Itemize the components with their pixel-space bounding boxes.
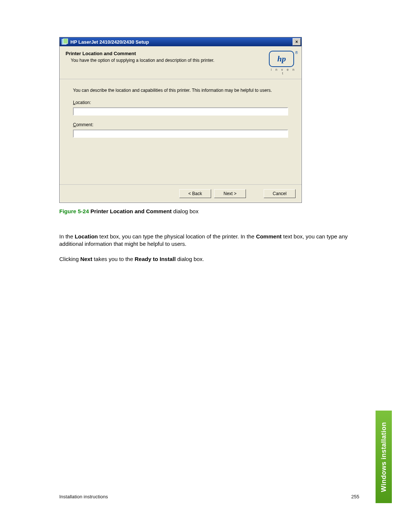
- document-page: HP LaserJet 2410/2420/2430 Setup × Print…: [0, 0, 400, 532]
- figure-title-rest: dialog box: [171, 208, 199, 214]
- hp-logo-tagline: i n v e n t: [269, 68, 298, 75]
- section-tab-label: Windows installation: [380, 422, 388, 492]
- section-tab: Windows installation: [376, 411, 392, 503]
- header-text: Printer Location and Comment You have th…: [66, 51, 269, 63]
- page-footer: Installation instructions 255: [59, 494, 359, 499]
- location-input[interactable]: [73, 107, 288, 116]
- figure-number: Figure 5-24: [59, 208, 89, 214]
- comment-label: Comment:: [73, 122, 288, 127]
- page-number: 255: [351, 494, 359, 499]
- registered-icon: ®: [295, 51, 298, 55]
- paragraph-2: Clicking Next takes you to the Ready to …: [59, 255, 359, 263]
- dialog-header: Printer Location and Comment You have th…: [60, 46, 301, 79]
- svg-rect-1: [63, 39, 68, 44]
- body-description: You can describe the location and capabi…: [73, 87, 288, 93]
- hp-logo-mark: hp: [269, 51, 294, 67]
- dialog-body: You can describe the location and capabi…: [60, 79, 301, 184]
- setup-dialog: HP LaserJet 2410/2420/2430 Setup × Print…: [59, 37, 302, 203]
- comment-input[interactable]: [73, 130, 288, 138]
- figure-title-bold: Printer Location and Comment: [90, 208, 171, 214]
- hp-logo: ® hp i n v e n t: [269, 51, 298, 75]
- cancel-button[interactable]: Cancel: [264, 189, 296, 198]
- app-icon: [61, 39, 69, 45]
- header-title: Printer Location and Comment: [66, 51, 269, 56]
- location-label: Location:: [73, 100, 288, 105]
- next-button[interactable]: Next >: [214, 189, 246, 198]
- figure-caption: Figure 5-24 Printer Location and Comment…: [59, 208, 359, 214]
- close-button[interactable]: ×: [293, 38, 301, 46]
- footer-left: Installation instructions: [59, 494, 108, 499]
- close-icon: ×: [295, 39, 298, 44]
- back-button[interactable]: < Back: [179, 189, 211, 198]
- paragraph-1: In the Location text box, you can type t…: [59, 233, 359, 248]
- button-bar: < Back Next > Cancel: [60, 184, 301, 203]
- header-subtitle: You have the option of supplying a locat…: [71, 58, 269, 63]
- window-title: HP LaserJet 2410/2420/2430 Setup: [70, 39, 293, 45]
- titlebar: HP LaserJet 2410/2420/2430 Setup ×: [60, 37, 301, 46]
